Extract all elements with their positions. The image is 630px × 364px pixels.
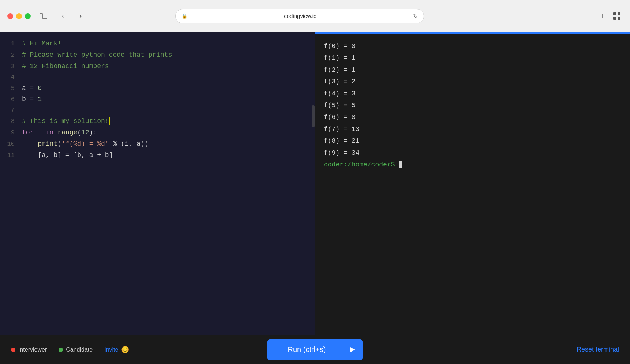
terminal-pane[interactable]: f(0) = 0 f(1) = 1 f(2) = 1 f(3) = 2 f(4)… xyxy=(315,32,630,335)
line-num-10: 10 xyxy=(0,139,22,150)
code-line-9: 9 for i in range(12): xyxy=(0,127,315,138)
terminal-line-7: f(7) = 13 xyxy=(324,123,621,135)
run-button[interactable]: Run (ctrl+s) xyxy=(267,339,363,360)
interviewer-indicator: Interviewer xyxy=(11,346,47,353)
svg-rect-0 xyxy=(40,13,42,19)
terminal-cursor xyxy=(399,161,402,168)
terminal-line-0: f(0) = 0 xyxy=(324,40,621,52)
browser-chrome: ‹ › 🔒 codingview.io ↻ + xyxy=(0,0,630,32)
grid-menu-button[interactable] xyxy=(611,10,623,22)
candidate-dot xyxy=(59,348,63,352)
code-line-1: 1 # Hi Mark! xyxy=(0,38,315,49)
main-area: 1 # Hi Mark! 2 # Please write python cod… xyxy=(0,32,630,335)
svg-rect-4 xyxy=(613,12,616,15)
traffic-light-minimize[interactable] xyxy=(16,13,22,19)
editor-scrollbar[interactable] xyxy=(312,105,315,127)
invite-label: Invite xyxy=(104,346,118,353)
line-content-9: for i in range(12): xyxy=(22,127,315,138)
terminal-prompt-text: coder:/home/coder$ xyxy=(324,161,395,168)
editor-pane[interactable]: 1 # Hi Mark! 2 # Please write python cod… xyxy=(0,32,315,335)
code-line-6: 6 b = 1 xyxy=(0,94,315,105)
svg-rect-6 xyxy=(613,17,616,20)
bottom-center: Run (ctrl+s) xyxy=(267,339,363,360)
line-num-4: 4 xyxy=(0,72,22,83)
line-num-3: 3 xyxy=(0,61,22,72)
url-text: codingview.io xyxy=(190,13,410,19)
traffic-light-close[interactable] xyxy=(7,13,13,19)
terminal-prompt-line: coder:/home/coder$ xyxy=(324,159,621,170)
code-line-7: 7 xyxy=(0,105,315,116)
invite-icon: 😊 xyxy=(121,346,129,354)
code-line-11: 11 [a, b] = [b, a + b] xyxy=(0,150,315,161)
candidate-label: Candidate xyxy=(66,346,93,353)
line-content-6: b = 1 xyxy=(22,94,315,105)
candidate-indicator: Candidate xyxy=(59,346,93,353)
browser-actions: + xyxy=(596,10,623,22)
line-content-10: print('f(%d) = %d' % (i, a)) xyxy=(22,138,315,150)
terminal-line-2: f(2) = 1 xyxy=(324,64,621,76)
line-num-6: 6 xyxy=(0,94,22,105)
line-num-7: 7 xyxy=(0,105,22,116)
terminal-line-4: f(4) = 3 xyxy=(324,88,621,100)
sidebar-toggle-button[interactable] xyxy=(37,10,50,23)
code-line-10: 10 print('f(%d) = %d' % (i, a)) xyxy=(0,138,315,150)
code-line-2: 2 # Please write python code that prints xyxy=(0,49,315,61)
line-content-8: # This is my solution! xyxy=(22,116,315,127)
line-num-11: 11 xyxy=(0,150,22,161)
line-content-2: # Please write python code that prints xyxy=(22,49,315,61)
invite-button[interactable]: Invite 😊 xyxy=(104,346,129,354)
terminal-output: f(0) = 0 f(1) = 1 f(2) = 1 f(3) = 2 f(4)… xyxy=(315,34,630,176)
code-line-3: 3 # 12 Fibonacci numbers xyxy=(0,61,315,72)
terminal-line-9: f(9) = 34 xyxy=(324,147,621,159)
line-num-9: 9 xyxy=(0,128,22,138)
line-content-11: [a, b] = [b, a + b] xyxy=(22,150,315,161)
run-button-play-icon[interactable] xyxy=(342,339,363,360)
line-num-2: 2 xyxy=(0,50,22,61)
address-bar[interactable]: 🔒 codingview.io ↻ xyxy=(175,9,424,23)
run-button-label: Run (ctrl+s) xyxy=(276,345,337,354)
line-num-8: 8 xyxy=(0,116,22,127)
line-content-1: # Hi Mark! xyxy=(22,38,315,49)
line-num-1: 1 xyxy=(0,39,22,49)
terminal-line-1: f(1) = 1 xyxy=(324,52,621,64)
code-editor[interactable]: 1 # Hi Mark! 2 # Please write python cod… xyxy=(0,32,315,167)
bottom-left: Interviewer Candidate Invite 😊 xyxy=(11,346,267,354)
code-line-8: 8 # This is my solution! xyxy=(0,116,315,127)
back-button[interactable]: ‹ xyxy=(57,10,69,22)
forward-button[interactable]: › xyxy=(75,10,86,22)
terminal-line-6: f(6) = 8 xyxy=(324,111,621,123)
interviewer-label: Interviewer xyxy=(18,346,47,353)
svg-marker-8 xyxy=(350,347,355,352)
bottom-right: Reset terminal xyxy=(363,346,619,353)
terminal-line-3: f(3) = 2 xyxy=(324,76,621,87)
traffic-light-maximize[interactable] xyxy=(25,13,31,19)
refresh-button[interactable]: ↻ xyxy=(413,12,418,19)
svg-rect-5 xyxy=(618,12,620,15)
traffic-lights xyxy=(7,13,31,19)
line-content-5: a = 0 xyxy=(22,83,315,94)
reset-terminal-button[interactable]: Reset terminal xyxy=(577,346,619,353)
bottom-bar: Interviewer Candidate Invite 😊 Run (ctrl… xyxy=(0,335,630,364)
line-content-3: # 12 Fibonacci numbers xyxy=(22,61,315,72)
interviewer-dot xyxy=(11,348,15,352)
code-line-5: 5 a = 0 xyxy=(0,83,315,94)
terminal-line-8: f(8) = 21 xyxy=(324,135,621,147)
code-line-4: 4 xyxy=(0,72,315,83)
svg-rect-7 xyxy=(618,17,620,20)
lock-icon: 🔒 xyxy=(181,13,187,19)
terminal-line-5: f(5) = 5 xyxy=(324,100,621,111)
line-num-5: 5 xyxy=(0,83,22,94)
new-tab-button[interactable]: + xyxy=(596,10,608,22)
